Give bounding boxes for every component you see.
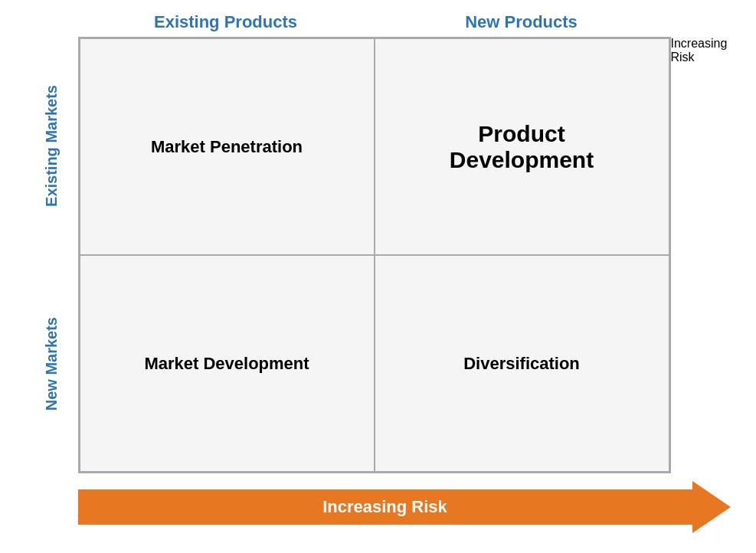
existing-products-header: Existing Products <box>78 12 374 32</box>
column-headers: Existing Products New Products <box>78 12 669 32</box>
vertical-arrow-label: Increasing Risk <box>671 37 728 64</box>
new-markets-label: New Markets <box>26 255 78 473</box>
market-development-label: Market Development <box>144 354 309 374</box>
vertical-risk-arrow: Increasing Risk <box>671 37 731 473</box>
vertical-risk-arrow-col: Increasing Risk <box>671 37 731 473</box>
ansoff-grid: Market Penetration ProductDevelopment Ma… <box>78 37 671 473</box>
market-penetration-cell: Market Penetration <box>80 38 375 255</box>
ansoff-matrix: Existing Products New Products Existing … <box>26 12 731 541</box>
horizontal-arrow-label: Increasing Risk <box>322 497 447 517</box>
vertical-arrow-body: Increasing Risk <box>671 37 731 64</box>
row-labels: Existing Markets New Markets <box>26 37 78 473</box>
market-penetration-label: Market Penetration <box>151 137 303 157</box>
bottom-arrow-row: Increasing Risk <box>78 481 731 533</box>
main-area: Existing Markets New Markets Market Pene… <box>26 37 731 473</box>
diversification-label: Diversification <box>463 354 580 374</box>
existing-markets-label: Existing Markets <box>26 37 78 255</box>
horizontal-arrow-body: Increasing Risk <box>78 489 692 525</box>
diversification-cell: Diversification <box>375 255 669 472</box>
product-development-cell: ProductDevelopment <box>375 38 669 255</box>
product-development-label: ProductDevelopment <box>450 121 594 173</box>
new-products-header: New Products <box>374 12 669 32</box>
market-development-cell: Market Development <box>80 255 375 472</box>
horizontal-arrow-head <box>692 481 731 533</box>
horizontal-risk-arrow: Increasing Risk <box>78 481 731 533</box>
